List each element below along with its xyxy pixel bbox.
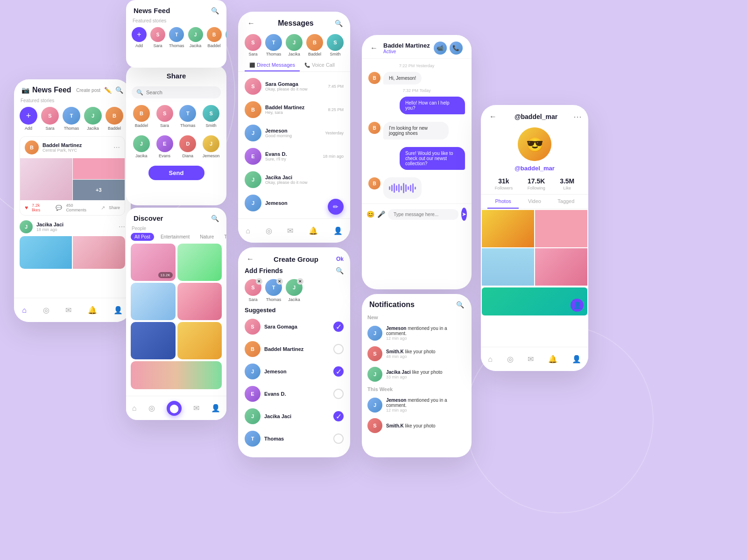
- comment-icon[interactable]: 💬: [56, 205, 62, 211]
- notif-item-smithk[interactable]: S Smith.K like your photo 48 min ago: [362, 343, 472, 364]
- cg-selected-sara[interactable]: S ✕ Sara: [245, 279, 261, 302]
- mail-nav-icon[interactable]: ✉: [65, 306, 71, 315]
- messages-back-btn[interactable]: ←: [246, 18, 257, 28]
- profile-img-1[interactable]: [482, 210, 534, 247]
- story-jacika[interactable]: J Jacika: [84, 107, 102, 131]
- cg-selected-thomas[interactable]: T ✕ Thomas: [265, 279, 282, 302]
- tab-direct-messages[interactable]: ⬛ Direct Messages: [245, 59, 300, 71]
- msg-compass-icon[interactable]: ◎: [266, 226, 272, 235]
- disc-img-4[interactable]: [177, 283, 222, 320]
- cg-suggest-baddel-check[interactable]: [333, 344, 344, 354]
- disc-img-6[interactable]: [177, 322, 222, 359]
- msg-story-sara[interactable]: S Sara: [245, 34, 261, 56]
- prof-profile-icon[interactable]: 👤: [572, 355, 581, 364]
- cat-nature[interactable]: Nature: [196, 233, 218, 241]
- msg-story-smith[interactable]: S Smith: [327, 34, 344, 56]
- msg-item-jemeson[interactable]: J Jemeson Good morning Yesterday: [238, 121, 350, 145]
- add-story-btn[interactable]: +: [20, 107, 37, 125]
- share-search-bar[interactable]: 🔍: [132, 86, 221, 98]
- notif-item-jacika[interactable]: J Jacika Jaci like your photo 33 min ago: [362, 364, 472, 385]
- disc-compass-icon[interactable]: ◎: [148, 404, 155, 413]
- story-thomas[interactable]: T Thomas: [63, 107, 80, 131]
- tab-tagged[interactable]: Tagged: [550, 195, 582, 209]
- cg-suggest-thomas[interactable]: T Thomas: [238, 427, 350, 450]
- prof-mail-icon[interactable]: ✉: [528, 355, 534, 364]
- notif-week-smithk[interactable]: S Smith.K like your photo: [362, 415, 472, 436]
- msg-home-icon[interactable]: ⌂: [246, 227, 250, 235]
- discover-search-icon[interactable]: 🔍: [211, 215, 219, 222]
- heart-icon[interactable]: ♥: [25, 204, 28, 211]
- cg-suggest-evans-check[interactable]: [333, 389, 344, 399]
- cg-thomas-remove[interactable]: ✕: [276, 278, 283, 285]
- notif-week-jemeson[interactable]: J Jemeson mentioned you in a comment. 12…: [362, 395, 472, 415]
- top-story-s[interactable]: S: [226, 27, 226, 48]
- msg-item-baddel[interactable]: B Baddel Martinez Hey, sara 8:25 PM: [238, 98, 350, 121]
- profile-back-btn[interactable]: ←: [487, 112, 499, 122]
- edit-icon[interactable]: ✏️: [104, 87, 112, 94]
- msg-item-jacika[interactable]: J Jacika Jaci Okay, please do it now: [238, 168, 350, 191]
- compass-nav-icon[interactable]: ◎: [43, 306, 49, 315]
- post2-more-icon[interactable]: ⋯: [119, 223, 125, 231]
- add-story-item[interactable]: + Add: [20, 107, 37, 131]
- msg-story-thomas[interactable]: T Thomas: [265, 34, 282, 56]
- top-story-jacika[interactable]: J Jacika: [188, 27, 203, 48]
- cg-suggest-evans[interactable]: E Evans D.: [238, 383, 350, 405]
- share-person-jacika[interactable]: J Jacika: [132, 135, 151, 158]
- profile-img-2[interactable]: [535, 210, 587, 247]
- notif-search-icon[interactable]: 🔍: [456, 301, 464, 308]
- emoji-icon[interactable]: 😊: [366, 210, 374, 218]
- disc-img-2[interactable]: [177, 244, 222, 281]
- top-add-btn[interactable]: +: [132, 27, 147, 42]
- cg-selected-jacika[interactable]: J ✕ Jacika: [286, 279, 303, 302]
- chat-send-btn[interactable]: ➤: [461, 208, 467, 221]
- cg-suggest-thomas-check[interactable]: [333, 434, 344, 444]
- disc-fab[interactable]: ⬤: [167, 401, 182, 416]
- prof-home-icon[interactable]: ⌂: [488, 355, 493, 364]
- share-person-baddel[interactable]: B Baddel: [132, 105, 151, 128]
- msg-item-sara[interactable]: S Sara Gomaga Okay, please do it now 7:4…: [238, 75, 350, 98]
- share-person-diana[interactable]: D Diana: [178, 135, 198, 158]
- disc-img-1[interactable]: 13.2K: [131, 244, 176, 281]
- cat-all-post[interactable]: All Post: [131, 233, 154, 241]
- tab-photos[interactable]: Photos: [487, 195, 519, 209]
- cg-ok-btn[interactable]: Ok: [336, 256, 344, 262]
- notif-item-jemeson[interactable]: J Jemeson mentioned you in a comment. 12…: [362, 323, 472, 343]
- chat-back-btn[interactable]: ←: [368, 43, 380, 53]
- messages-search-icon[interactable]: 🔍: [335, 20, 343, 27]
- top-story-baddel[interactable]: B Baddel: [207, 27, 222, 48]
- share-icon[interactable]: ↗: [101, 205, 105, 211]
- share-person-evans[interactable]: E Evans: [155, 135, 175, 158]
- msg-profile-icon[interactable]: 👤: [333, 226, 343, 235]
- profile-nav-icon[interactable]: 👤: [113, 306, 123, 315]
- messages-fab[interactable]: ✏: [328, 199, 344, 215]
- disc-mail-icon[interactable]: ✉: [193, 404, 199, 413]
- profile-img-3[interactable]: [482, 248, 534, 286]
- cg-suggest-baddel[interactable]: B Baddel Martinez: [238, 338, 350, 360]
- top-story-thomas[interactable]: T Thomas: [169, 27, 184, 48]
- voice-call-icon[interactable]: 📞: [450, 42, 463, 55]
- msg-story-jacika[interactable]: J Jacika: [286, 34, 303, 56]
- cg-suggest-sara[interactable]: S Sara Gomaga ✓: [238, 315, 350, 338]
- cat-entertainment[interactable]: Entertainment: [157, 233, 193, 241]
- cg-suggest-jemeson-check[interactable]: ✓: [333, 366, 344, 377]
- story-baddel[interactable]: B Baddel: [106, 107, 123, 131]
- cg-suggest-sara-check[interactable]: ✓: [333, 322, 344, 332]
- cg-suggest-jacika[interactable]: J Jacika Jaci ✓: [238, 405, 350, 427]
- profile-more-btn[interactable]: ⋯: [573, 112, 582, 122]
- disc-img-5[interactable]: [131, 322, 176, 359]
- share-person-sara[interactable]: S Sara: [155, 105, 175, 128]
- story-sara[interactable]: S Sara: [41, 107, 59, 131]
- video-call-icon[interactable]: 📹: [434, 42, 447, 55]
- share-search-input[interactable]: [146, 90, 216, 95]
- top-search-icon[interactable]: 🔍: [211, 7, 219, 14]
- msg-item-evans[interactable]: E Evans D. Sure, I'll try 18 min ago: [238, 145, 350, 168]
- cg-back-btn[interactable]: ←: [245, 254, 256, 264]
- chat-input-field[interactable]: [388, 209, 458, 220]
- prof-compass-icon[interactable]: ◎: [507, 355, 514, 364]
- cg-sara-remove[interactable]: ✕: [256, 278, 262, 285]
- cg-search-icon[interactable]: 🔍: [336, 267, 344, 274]
- profile-img-4[interactable]: [535, 248, 587, 286]
- search-icon[interactable]: 🔍: [115, 86, 123, 94]
- msg-bell-icon[interactable]: 🔔: [309, 226, 318, 235]
- disc-home-icon[interactable]: ⌂: [132, 404, 137, 413]
